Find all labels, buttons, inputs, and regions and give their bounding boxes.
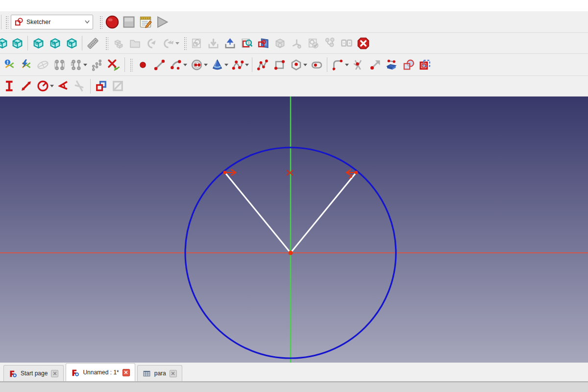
toolbar-drag-handle[interactable] — [129, 58, 133, 72]
tab-label: para — [154, 370, 166, 377]
create-fillet-button[interactable] — [329, 56, 346, 73]
open-folder-button[interactable] — [126, 35, 143, 51]
rectangular-array-button[interactable] — [88, 56, 105, 73]
toggle-driving-constraint-button[interactable] — [93, 78, 109, 95]
activate-constraint-button[interactable] — [109, 78, 126, 95]
validate-sketch-button[interactable] — [288, 35, 305, 51]
chevron-down-icon — [85, 20, 90, 24]
point-icon — [136, 58, 149, 72]
endpoint-right[interactable] — [355, 171, 358, 174]
top-view-button[interactable] — [47, 35, 63, 51]
separator — [124, 57, 125, 72]
carbon-copy-button[interactable] — [400, 56, 416, 73]
close-tab-button[interactable] — [170, 370, 177, 377]
activate-constraint-icon — [111, 79, 124, 93]
leave-sketch-button[interactable] — [355, 35, 371, 51]
toolbar-drag-handle[interactable] — [183, 36, 187, 50]
constrain-vertical-distance-button[interactable] — [1, 78, 18, 95]
macro-edit-button[interactable] — [137, 14, 154, 30]
export-link-button[interactable] — [143, 35, 160, 51]
reorient-sketch-button[interactable] — [271, 35, 288, 51]
cube-icon — [49, 37, 62, 50]
close-tab-button[interactable] — [51, 370, 58, 377]
constrain-angle-button[interactable] — [55, 78, 72, 95]
create-polyline-button[interactable] — [254, 56, 271, 73]
dropdown-caret-icon[interactable] — [83, 64, 87, 66]
gray-box-icon — [273, 37, 287, 50]
export-sketch-button[interactable] — [221, 35, 238, 51]
create-line-button[interactable] — [151, 56, 168, 73]
measure-distance-button[interactable] — [84, 35, 101, 51]
close-icon — [53, 371, 57, 375]
dropdown-caret-icon[interactable] — [345, 64, 349, 66]
extend-edge-button[interactable] — [367, 56, 383, 73]
show-internal-geometry-button[interactable] — [1, 56, 18, 73]
dropdown-caret-icon[interactable] — [224, 64, 228, 66]
cube-icon — [11, 37, 24, 50]
tab-para-spreadsheet[interactable]: para — [137, 365, 182, 381]
create-point-button[interactable] — [134, 56, 151, 73]
right-view-button[interactable] — [63, 35, 80, 51]
symmetry-tool-button[interactable] — [34, 56, 51, 73]
arc-icon — [170, 58, 183, 72]
create-bspline-button[interactable] — [229, 56, 246, 73]
axonometric-view-button[interactable] — [9, 35, 25, 51]
toolbar-drag-handle[interactable] — [99, 15, 102, 29]
export-link-more-button[interactable] — [160, 35, 176, 51]
origin-point[interactable] — [289, 251, 293, 255]
viewport-background[interactable] — [0, 97, 588, 363]
tab-start-page[interactable]: Start page — [3, 365, 64, 381]
copy-tool-button[interactable] — [68, 56, 84, 73]
workbench-selector[interactable]: Sketcher — [11, 15, 93, 29]
external-geometry-button[interactable] — [383, 56, 400, 73]
cube-icon — [0, 37, 9, 50]
array-icon — [90, 58, 103, 72]
dropdown-caret-icon[interactable] — [183, 64, 187, 66]
sketch-viewport[interactable] — [0, 97, 588, 363]
diameter-icon — [36, 79, 49, 93]
macro-stop-button[interactable] — [121, 14, 137, 30]
toggle-constraint-button[interactable] — [72, 78, 88, 95]
circle-icon — [190, 58, 203, 72]
clone-tool-button[interactable] — [51, 56, 68, 73]
create-part-button[interactable] — [110, 35, 126, 51]
dropdown-caret-icon[interactable] — [245, 64, 249, 66]
polyline-icon — [256, 58, 270, 72]
dropdown-caret-icon[interactable] — [50, 85, 54, 87]
close-icon — [171, 371, 175, 375]
macro-play-button[interactable] — [154, 14, 171, 30]
constrain-distance-button[interactable] — [18, 78, 34, 95]
create-rectangle-button[interactable] — [271, 56, 288, 73]
line-icon — [153, 58, 166, 72]
create-slot-button[interactable] — [308, 56, 325, 73]
close-tab-button[interactable] — [122, 369, 130, 376]
trim-edge-button[interactable] — [350, 56, 367, 73]
create-sketch-button[interactable] — [188, 35, 205, 51]
cube-icon — [32, 37, 45, 50]
create-circle-button[interactable] — [188, 56, 205, 73]
toolbar-drag-handle[interactable] — [5, 15, 8, 29]
macro-record-button[interactable] — [104, 14, 121, 30]
check-sketch-button[interactable] — [305, 35, 321, 51]
create-arc-button[interactable] — [168, 56, 184, 73]
dropdown-caret-icon[interactable] — [303, 64, 307, 66]
import-sketch-button[interactable] — [205, 35, 221, 51]
edit-sketch-button[interactable] — [238, 35, 255, 51]
remove-axes-alignment-button[interactable] — [105, 56, 122, 73]
axonometric-view-partial-button[interactable] — [0, 35, 9, 51]
map-sketch-button[interactable] — [255, 35, 271, 51]
dropdown-caret-icon[interactable] — [204, 64, 208, 66]
toolbar-drag-handle[interactable] — [105, 36, 108, 50]
create-polygon-button[interactable] — [288, 56, 304, 73]
endpoint-left[interactable] — [223, 171, 227, 174]
front-view-button[interactable] — [30, 35, 47, 51]
toggle-construction-button[interactable] — [416, 56, 433, 73]
create-conic-button[interactable] — [209, 56, 225, 73]
tab-unnamed-document[interactable]: Unnamed : 1* — [66, 363, 135, 381]
merge-sketches-button[interactable] — [321, 35, 338, 51]
cone-icon — [211, 58, 224, 72]
mirror-sketch-button[interactable] — [338, 35, 355, 51]
constrain-diameter-button[interactable] — [34, 78, 51, 95]
distance-arrow-icon — [20, 79, 33, 93]
remove-internal-geometry-button[interactable] — [18, 56, 34, 73]
